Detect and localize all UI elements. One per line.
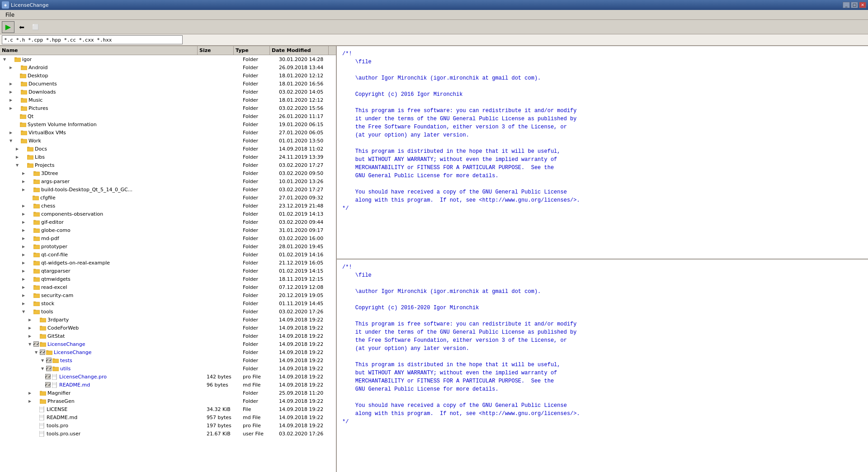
file-row[interactable]: ▶3DtreeFolder03.02.2020 09:50	[0, 169, 336, 177]
file-list[interactable]: ▼igorFolder30.01.2020 14:28▶AndroidFolde…	[0, 55, 336, 472]
file-row[interactable]: tools.pro.user21.67 KiBuser File03.02.20…	[0, 430, 336, 438]
file-menu[interactable]: File	[2, 11, 18, 19]
file-row[interactable]: ✓LicenseChange.pro142 bytespro File14.09…	[0, 373, 336, 381]
expand-button[interactable]: ▶	[27, 325, 33, 330]
file-row[interactable]: QtFolder26.01.2020 11:17	[0, 112, 336, 120]
expand-button[interactable]: ▼	[21, 309, 26, 314]
expand-button[interactable]: ▶	[8, 97, 14, 103]
minimize-button[interactable]: _	[843, 2, 850, 8]
expand-button[interactable]: ▶	[21, 219, 26, 225]
file-row[interactable]: ▶PhraseGenFolder14.09.2018 19:22	[0, 397, 336, 405]
file-row[interactable]: ▶read-excelFolder07.12.2019 12:08	[0, 283, 336, 291]
expand-button[interactable]: ▶	[8, 81, 14, 86]
expand-button[interactable]: ▶	[21, 227, 26, 233]
file-row[interactable]: ▶md-pdfFolder03.02.2020 16:00	[0, 234, 336, 242]
expand-button[interactable]: ▶	[27, 317, 33, 322]
file-row[interactable]: ▶stockFolder01.11.2019 14:45	[0, 299, 336, 307]
expand-button[interactable]: ▼	[14, 162, 20, 168]
file-row[interactable]: ▶CodeForWebFolder14.09.2018 19:22	[0, 324, 336, 332]
file-row[interactable]: ▼toolsFolder03.02.2020 17:26	[0, 307, 336, 316]
file-row[interactable]: ▶DocsFolder14.09.2018 11:02	[0, 145, 336, 153]
file-row[interactable]: ▶PicturesFolder03.02.2020 15:56	[0, 104, 336, 112]
expand-button[interactable]: ▼	[33, 349, 39, 355]
file-row[interactable]: System Volume InformationFolder19.01.202…	[0, 120, 336, 128]
expand-button[interactable]: ▶	[21, 260, 26, 265]
expand-button[interactable]: ▶	[21, 252, 26, 257]
file-checkbox[interactable]: ✓	[40, 349, 45, 355]
expand-button[interactable]: ▶	[21, 203, 26, 208]
file-row[interactable]: ▶security-camFolder20.12.2019 19:05	[0, 291, 336, 299]
back-button[interactable]: ⬅	[15, 21, 28, 33]
col-name[interactable]: Name	[0, 46, 198, 55]
file-row[interactable]: ▶LibsFolder24.11.2019 13:39	[0, 153, 336, 161]
expand-button[interactable]: ▶	[21, 301, 26, 306]
file-row[interactable]: ▼WorkFolder01.01.2020 13:50	[0, 137, 336, 145]
expand-button[interactable]: ▶	[21, 236, 26, 241]
file-row[interactable]: ▶MagnifierFolder25.09.2018 11:20	[0, 389, 336, 397]
filter-input[interactable]	[2, 35, 183, 44]
expand-button[interactable]: ▶	[27, 390, 33, 396]
close-button[interactable]: ✕	[859, 2, 866, 8]
file-checkbox[interactable]: ✓	[46, 358, 52, 363]
expand-button[interactable]: ▶	[14, 154, 20, 160]
file-row[interactable]: ▶qt-widgets-on-real-exampleFolder21.12.2…	[0, 259, 336, 267]
file-row[interactable]: ▼ProjectsFolder03.02.2020 17:27	[0, 161, 336, 169]
file-row[interactable]: ▶DownloadsFolder03.02.2020 14:05	[0, 88, 336, 96]
expand-button[interactable]: ▶	[21, 211, 26, 217]
file-row[interactable]: ▶MusicFolder18.01.2020 12:12	[0, 96, 336, 104]
file-row[interactable]: ▼igorFolder30.01.2020 14:28	[0, 55, 336, 63]
expand-button[interactable]: ▶	[21, 276, 26, 282]
expand-button[interactable]: ▶	[21, 244, 26, 249]
file-checkbox[interactable]: ✓	[45, 382, 51, 387]
file-row[interactable]: ▶gif-editorFolder03.02.2020 09:44	[0, 218, 336, 226]
file-row[interactable]: ▶AndroidFolder26.09.2018 13:44	[0, 63, 336, 71]
expand-button[interactable]: ▶	[8, 105, 14, 111]
file-row[interactable]: cfgfileFolder27.01.2020 09:32	[0, 194, 336, 202]
file-checkbox[interactable]: ✓	[46, 366, 52, 371]
expand-button[interactable]: ▶	[14, 146, 20, 151]
expand-button[interactable]: ▶	[21, 268, 26, 274]
file-row[interactable]: ▶build-tools-Desktop_Qt_5_14_0_GC...Fold…	[0, 185, 336, 194]
expand-button[interactable]: ▼	[40, 366, 45, 371]
expand-button[interactable]: ▶	[8, 65, 14, 70]
expand-button[interactable]: ▼	[27, 341, 33, 347]
file-row[interactable]: ✓README.md96 bytesmd File14.09.2018 19:2…	[0, 381, 336, 389]
file-row[interactable]: ▶qt-conf-fileFolder01.02.2019 14:16	[0, 250, 336, 259]
file-row[interactable]: ▶qtmwidgetsFolder18.11.2019 12:15	[0, 275, 336, 283]
file-row[interactable]: ▶args-parserFolder10.01.2020 13:26	[0, 177, 336, 185]
expand-button[interactable]: ▶	[8, 130, 14, 135]
expand-button[interactable]: ▼	[40, 358, 45, 363]
file-row[interactable]: ▼✓LicenseChangeFolder14.09.2018 19:22	[0, 340, 336, 348]
file-checkbox[interactable]: ✓	[45, 374, 51, 379]
stop-button[interactable]: ⬜	[29, 21, 42, 33]
file-row[interactable]: ▶qtargparserFolder01.02.2019 14:15	[0, 267, 336, 275]
maximize-button[interactable]: □	[851, 2, 858, 8]
expand-button[interactable]: ▶	[21, 179, 26, 184]
file-row[interactable]: ▶globe-comoFolder31.01.2020 09:17	[0, 226, 336, 234]
col-size[interactable]: Size	[198, 46, 234, 55]
run-button[interactable]: ▶	[2, 21, 14, 33]
expand-button[interactable]: ▶	[27, 333, 33, 339]
file-row[interactable]: LICENSE34.32 KiBFile14.09.2018 19:22	[0, 405, 336, 413]
col-date[interactable]: Date Modified	[270, 46, 329, 55]
file-row[interactable]: ▼✓LicenseChangeFolder14.09.2018 19:22	[0, 348, 336, 356]
file-row[interactable]: tools.pro197 bytespro File14.09.2018 19:…	[0, 421, 336, 430]
file-row[interactable]: ▶chessFolder23.12.2019 21:48	[0, 202, 336, 210]
file-checkbox[interactable]: ✓	[33, 341, 39, 347]
file-row[interactable]: ▶GitStatFolder14.09.2018 19:22	[0, 332, 336, 340]
expand-button[interactable]: ▼	[2, 57, 7, 62]
file-row[interactable]: ▶components-observationFolder01.02.2019 …	[0, 210, 336, 218]
file-row[interactable]: ▶3rdpartyFolder14.09.2018 19:22	[0, 316, 336, 324]
expand-button[interactable]: ▶	[21, 293, 26, 298]
expand-button[interactable]: ▶	[21, 187, 26, 192]
file-row[interactable]: ▶VirtualBox VMsFolder27.01.2020 06:05	[0, 128, 336, 137]
file-row[interactable]: ▶DocumentsFolder18.01.2020 16:56	[0, 80, 336, 88]
file-row[interactable]: ▼✓testsFolder14.09.2018 19:22	[0, 356, 336, 364]
expand-button[interactable]: ▶	[8, 89, 14, 94]
file-row[interactable]: ▼✓utilsFolder14.09.2018 19:22	[0, 364, 336, 373]
expand-button[interactable]: ▶	[21, 170, 26, 176]
expand-button[interactable]: ▶	[27, 398, 33, 404]
file-row[interactable]: ▶prototyperFolder28.01.2020 19:45	[0, 242, 336, 250]
expand-button[interactable]: ▼	[8, 138, 14, 143]
col-type[interactable]: Type	[234, 46, 270, 55]
